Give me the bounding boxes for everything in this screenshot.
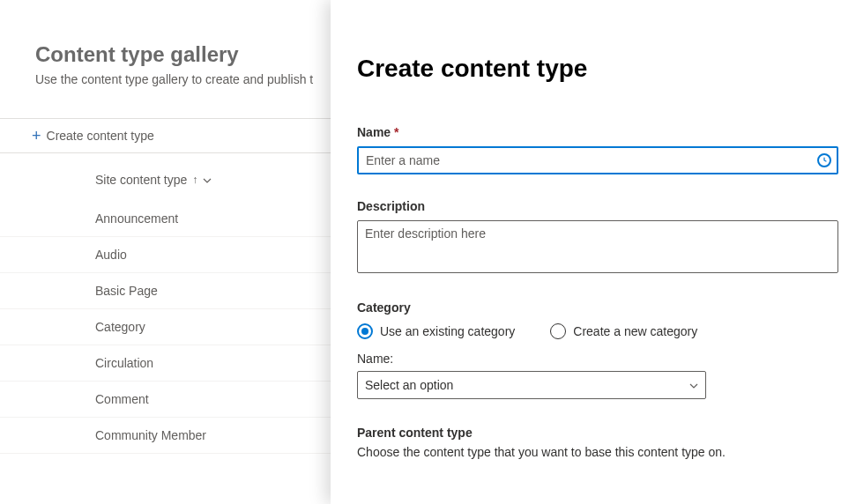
panel-title: Create content type xyxy=(357,55,838,83)
plus-icon: + xyxy=(32,128,41,144)
description-label: Description xyxy=(357,199,838,213)
description-field-group: Description xyxy=(357,199,838,276)
category-label: Category xyxy=(357,300,838,315)
column-header-label: Site content type xyxy=(95,173,187,187)
category-name-label: Name: xyxy=(357,352,838,366)
parent-content-type-section: Parent content type Choose the content t… xyxy=(357,426,838,459)
name-field-group: Name * xyxy=(357,125,838,174)
parent-heading: Parent content type xyxy=(357,426,838,440)
radio-create-new-category[interactable]: Create a new category xyxy=(550,323,697,339)
radio-existing-label: Use an existing category xyxy=(380,324,515,338)
create-content-type-panel: Create content type Name * Description C… xyxy=(331,0,856,504)
name-input-wrap xyxy=(357,146,838,174)
chevron-down-icon xyxy=(203,175,212,185)
description-input[interactable] xyxy=(357,220,838,273)
chevron-down-icon xyxy=(689,381,698,390)
radio-dot xyxy=(361,328,368,335)
create-button-label: Create content type xyxy=(47,129,154,143)
required-asterisk: * xyxy=(394,125,398,139)
select-placeholder: Select an option xyxy=(365,378,453,392)
radio-unselected-icon xyxy=(550,323,566,339)
category-select[interactable]: Select an option xyxy=(357,371,706,399)
name-input[interactable] xyxy=(357,146,838,174)
name-label: Name * xyxy=(357,125,838,139)
sort-ascending-icon: ↑ xyxy=(192,174,197,186)
parent-description: Choose the content type that you want to… xyxy=(357,445,838,459)
category-field-group: Category Use an existing category Create… xyxy=(357,300,838,399)
clock-icon xyxy=(817,153,831,167)
radio-new-label: Create a new category xyxy=(573,324,697,338)
radio-use-existing-category[interactable]: Use an existing category xyxy=(357,323,515,339)
category-radio-group: Use an existing category Create a new ca… xyxy=(357,323,838,339)
radio-selected-icon xyxy=(357,323,373,339)
create-content-type-button[interactable]: + Create content type xyxy=(32,128,154,144)
name-label-text: Name xyxy=(357,125,391,139)
